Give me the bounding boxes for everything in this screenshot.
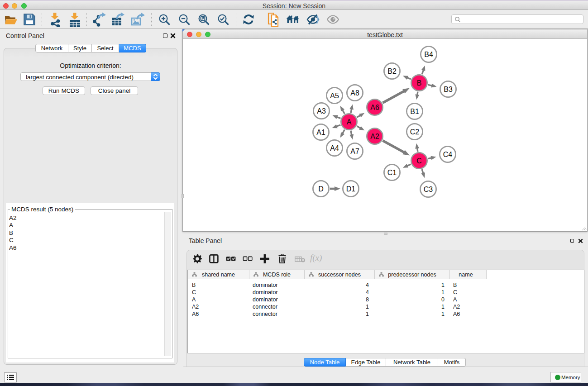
svg-text:D1: D1 <box>346 185 356 193</box>
svg-text:A: A <box>347 118 352 126</box>
svg-text:A1: A1 <box>316 129 325 136</box>
svg-text:C: C <box>416 157 422 165</box>
svg-text:A2: A2 <box>370 133 379 140</box>
svg-text:B4: B4 <box>424 51 433 58</box>
svg-text:A3: A3 <box>317 107 326 115</box>
svg-text:D: D <box>318 185 324 193</box>
svg-text:B1: B1 <box>410 108 419 115</box>
svg-text:A5: A5 <box>330 92 339 100</box>
svg-text:B: B <box>417 79 422 87</box>
svg-text:C2: C2 <box>410 128 420 136</box>
svg-text:B2: B2 <box>387 67 397 75</box>
svg-text:A8: A8 <box>350 89 359 97</box>
svg-text:C3: C3 <box>424 186 433 193</box>
svg-text:A4: A4 <box>330 144 339 152</box>
svg-text:A7: A7 <box>350 148 359 155</box>
svg-text:B3: B3 <box>444 86 453 93</box>
svg-text:C4: C4 <box>443 151 453 158</box>
svg-text:A6: A6 <box>370 104 379 111</box>
svg-text:C1: C1 <box>387 169 397 176</box>
